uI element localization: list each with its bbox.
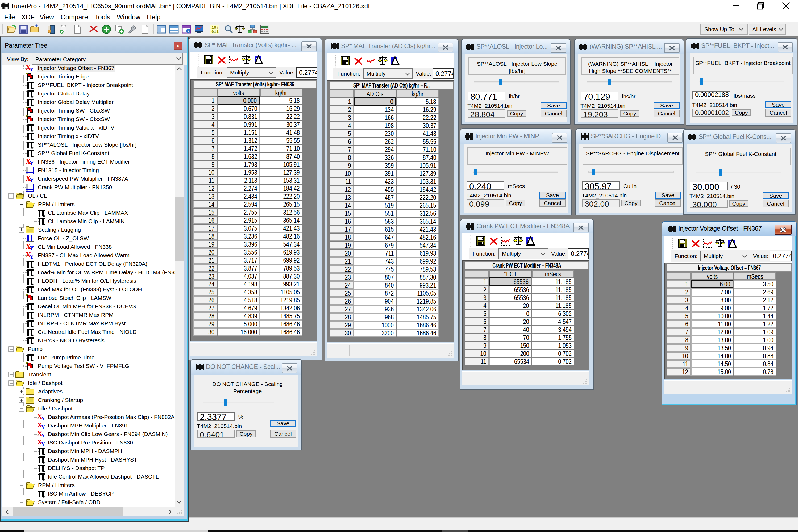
svg-text:10↑: 10↑ [211, 25, 218, 30]
svg-text:i: i [188, 29, 189, 33]
svg-text:011: 011 [211, 30, 218, 34]
